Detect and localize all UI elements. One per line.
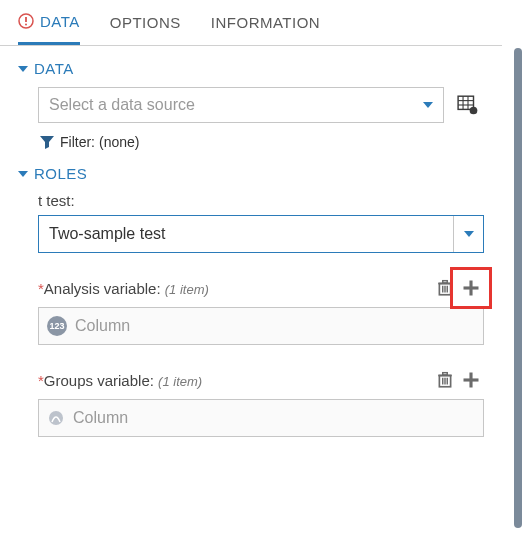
numeric-type-icon: 123 <box>47 316 67 336</box>
svg-point-2 <box>25 24 27 26</box>
warning-icon <box>18 13 34 29</box>
section-toggle-data[interactable]: DATA <box>18 60 484 77</box>
analysis-variable-label: *Analysis variable: (1 item) <box>38 280 432 297</box>
character-type-icon <box>47 409 65 427</box>
ttest-value: Two-sample test <box>39 216 453 252</box>
filter-icon <box>38 133 56 151</box>
chevron-down-icon <box>423 102 433 108</box>
section-title-data: DATA <box>34 60 74 77</box>
browse-data-button[interactable] <box>452 89 484 121</box>
analysis-variable-placeholder: Column <box>75 317 130 335</box>
groups-add-button[interactable] <box>458 367 484 393</box>
caret-down-icon <box>18 66 28 72</box>
groups-variable-label: *Groups variable: (1 item) <box>38 372 432 389</box>
section-toggle-roles[interactable]: ROLES <box>18 165 484 182</box>
groups-variable-input[interactable]: Column <box>38 399 484 437</box>
analysis-delete-button[interactable] <box>432 275 458 301</box>
svg-rect-14 <box>443 281 448 283</box>
caret-down-icon <box>18 171 28 177</box>
tab-options[interactable]: OPTIONS <box>110 0 181 45</box>
tab-data-label: DATA <box>40 13 80 30</box>
ttest-label: t test: <box>38 192 484 209</box>
tab-information[interactable]: INFORMATION <box>211 0 320 45</box>
ttest-select[interactable]: Two-sample test <box>38 215 484 253</box>
chevron-down-icon <box>464 231 474 237</box>
filter-value: (none) <box>99 134 139 150</box>
svg-point-25 <box>49 411 63 425</box>
data-source-placeholder: Select a data source <box>49 96 195 114</box>
data-source-select[interactable]: Select a data source <box>38 87 444 123</box>
svg-rect-3 <box>458 96 473 109</box>
svg-point-8 <box>470 107 478 115</box>
tab-information-label: INFORMATION <box>211 14 320 31</box>
svg-rect-22 <box>443 373 448 375</box>
tab-options-label: OPTIONS <box>110 14 181 31</box>
groups-variable-placeholder: Column <box>73 409 128 427</box>
groups-delete-button[interactable] <box>432 367 458 393</box>
analysis-variable-input[interactable]: 123 Column <box>38 307 484 345</box>
filter-label: Filter: <box>60 134 95 150</box>
scrollbar[interactable] <box>514 48 522 528</box>
tab-data[interactable]: DATA <box>18 0 80 45</box>
section-title-roles: ROLES <box>34 165 87 182</box>
analysis-add-button[interactable] <box>458 275 484 301</box>
ttest-dropdown-button[interactable] <box>453 216 483 252</box>
